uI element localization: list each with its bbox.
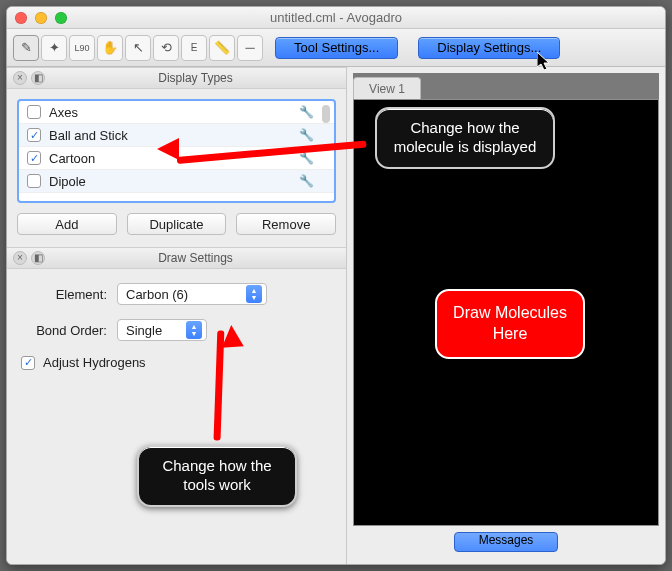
titlebar: untitled.cml - Avogadro	[7, 7, 665, 29]
display-type-label: Axes	[49, 105, 78, 120]
checkbox[interactable]	[27, 105, 41, 119]
annotation-canvas: Draw Molecules Here	[435, 289, 585, 359]
adjust-hydrogens-label: Adjust Hydrogens	[43, 355, 146, 370]
annotation-display: Change how the molecule is displayed	[375, 107, 555, 169]
panel-close-icon[interactable]: ×	[13, 251, 27, 265]
display-type-label: Cartoon	[49, 151, 95, 166]
display-type-label: Ball and Stick	[49, 128, 128, 143]
annotation-tools: Change how the tools work	[137, 445, 297, 507]
duplicate-button[interactable]: Duplicate	[127, 213, 227, 235]
select-tool-icon[interactable]: ↖	[125, 35, 151, 61]
display-type-row[interactable]: Dipole 🔧	[19, 170, 334, 193]
navigate-tool-icon[interactable]: ✦	[41, 35, 67, 61]
checkbox[interactable]	[27, 128, 41, 142]
app-window: untitled.cml - Avogadro ✎ ✦ L90 ✋ ↖ ⟲ E …	[6, 6, 666, 565]
adjust-hydrogens-checkbox[interactable]	[21, 356, 35, 370]
chevron-updown-icon: ▲▼	[246, 285, 262, 303]
settings-wrench-icon[interactable]: 🔧	[299, 105, 314, 119]
toolbar: ✎ ✦ L90 ✋ ↖ ⟲ E 📏 ─ Tool Settings... Dis…	[7, 29, 665, 67]
bond-order-label: Bond Order:	[21, 323, 107, 338]
bond-order-select[interactable]: Single ▲▼	[117, 319, 207, 341]
element-label: Element:	[21, 287, 107, 302]
view-tab[interactable]: View 1	[353, 77, 421, 99]
annotation-arrowhead	[220, 324, 243, 347]
checkbox[interactable]	[27, 174, 41, 188]
cursor-pointer-icon	[537, 52, 553, 72]
align-tool-icon[interactable]: ─	[237, 35, 263, 61]
bond-angle-tool-icon[interactable]: L90	[69, 35, 95, 61]
chevron-updown-icon: ▲▼	[186, 321, 202, 339]
panel-detach-icon[interactable]: ◧	[31, 251, 45, 265]
view-tabstrip: View 1	[353, 73, 659, 99]
display-type-label: Dipole	[49, 174, 86, 189]
display-type-row[interactable]: Axes 🔧	[19, 101, 334, 124]
add-button[interactable]: Add	[17, 213, 117, 235]
draw-settings-header: × ◧ Draw Settings	[7, 247, 346, 269]
draw-settings-panel: Element: Carbon (6) ▲▼ Bond Order: Singl…	[7, 269, 346, 370]
autorotate-tool-icon[interactable]: ⟲	[153, 35, 179, 61]
window-title: untitled.cml - Avogadro	[7, 10, 665, 25]
svg-marker-0	[537, 52, 549, 70]
settings-wrench-icon[interactable]: 🔧	[299, 128, 314, 142]
manipulate-tool-icon[interactable]: ✋	[97, 35, 123, 61]
settings-wrench-icon[interactable]: 🔧	[299, 174, 314, 188]
draw-tool-icon[interactable]: ✎	[13, 35, 39, 61]
checkbox[interactable]	[27, 151, 41, 165]
optimize-tool-icon[interactable]: E	[181, 35, 207, 61]
annotation-arrowhead	[157, 138, 179, 160]
measure-tool-icon[interactable]: 📏	[209, 35, 235, 61]
display-types-header: × ◧ Display Types	[7, 67, 346, 89]
panel-close-icon[interactable]: ×	[13, 71, 27, 85]
remove-button[interactable]: Remove	[236, 213, 336, 235]
panel-detach-icon[interactable]: ◧	[31, 71, 45, 85]
element-select-value: Carbon (6)	[126, 287, 188, 302]
element-select[interactable]: Carbon (6) ▲▼	[117, 283, 267, 305]
bond-order-select-value: Single	[126, 323, 162, 338]
tool-settings-button[interactable]: Tool Settings...	[275, 37, 398, 59]
messages-button[interactable]: Messages	[454, 532, 559, 552]
